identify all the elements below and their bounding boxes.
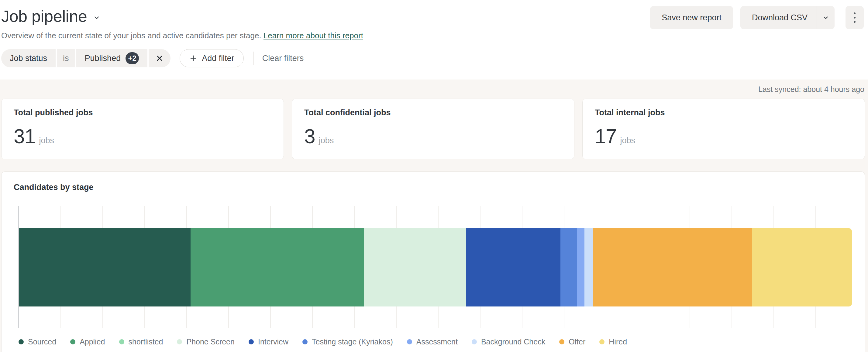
report-header: Job pipeline Overview of the current sta… <box>0 0 868 79</box>
filter-bar: Job status is Published +2 Add filter Cl… <box>1 49 864 67</box>
download-csv-split-button: Download CSV <box>740 6 835 29</box>
stacked-bar-plot <box>19 206 857 328</box>
filter-field[interactable]: Job status <box>1 49 56 67</box>
filter-value[interactable]: Published +2 <box>76 49 148 67</box>
stat-card-value: 31 <box>14 125 35 148</box>
remove-filter-button[interactable] <box>149 49 170 67</box>
stacked-bar <box>19 228 852 307</box>
legend-item-interview: Interview <box>249 338 288 346</box>
legend-item-assessment: Assessment <box>407 338 458 346</box>
bar-segment-sourced[interactable] <box>19 228 191 307</box>
close-icon <box>155 54 164 63</box>
legend-dot <box>302 339 308 344</box>
stat-cards-row: Total published jobs 31 jobs Total confi… <box>1 99 865 159</box>
chevron-down-icon[interactable] <box>92 13 101 22</box>
legend-dot <box>472 339 477 344</box>
stat-card-value: 3 <box>304 125 315 148</box>
legend-item-testing-stage-kyriakos-: Testing stage (Kyriakos) <box>302 338 393 346</box>
legend-dot <box>559 339 564 344</box>
add-filter-label: Add filter <box>202 54 234 63</box>
legend-item-offer: Offer <box>559 338 585 346</box>
filter-value-label: Published <box>85 54 121 63</box>
bar-segment-phone-screen[interactable] <box>364 228 466 307</box>
stat-card-unit: jobs <box>319 136 334 145</box>
legend-dot <box>177 339 182 344</box>
stat-card-internal-jobs: Total internal jobs 17 jobs <box>582 99 865 159</box>
chart-title: Candidates by stage <box>14 183 865 192</box>
bar-segment-testing-stage-kyriakos-[interactable] <box>560 228 577 307</box>
header-actions: Save new report Download CSV <box>650 6 864 29</box>
bar-segment-offer[interactable] <box>593 228 752 307</box>
legend-dot <box>70 339 75 344</box>
legend-label: Applied <box>80 338 105 346</box>
add-filter-button[interactable]: Add filter <box>180 49 244 67</box>
job-status-filter-chip: Job status is Published +2 <box>1 49 170 67</box>
stat-card-value: 17 <box>595 125 616 148</box>
legend-label: Sourced <box>28 338 56 346</box>
legend-label: Offer <box>569 338 585 346</box>
kebab-menu-icon <box>854 12 856 23</box>
legend-dot <box>599 339 604 344</box>
filter-divider <box>253 51 254 65</box>
legend-dot <box>19 339 24 344</box>
subtitle-text: Overview of the current state of your jo… <box>1 31 261 40</box>
stat-card-title: Total internal jobs <box>595 108 852 117</box>
download-csv-button[interactable]: Download CSV <box>740 6 817 29</box>
legend-label: Phone Screen <box>186 338 234 346</box>
stat-card-confidential-jobs: Total confidential jobs 3 jobs <box>292 99 575 159</box>
job-pipeline-report-page: Job pipeline Overview of the current sta… <box>0 0 868 352</box>
legend-dot <box>249 339 254 344</box>
legend-item-sourced: Sourced <box>19 338 56 346</box>
stat-card-published-jobs: Total published jobs 31 jobs <box>1 99 284 159</box>
legend-item-shortlisted: shortlisted <box>119 338 163 346</box>
more-options-button[interactable] <box>845 6 864 29</box>
stat-card-title: Total confidential jobs <box>304 108 562 117</box>
filter-extra-count-badge: +2 <box>126 52 139 64</box>
legend-label: Testing stage (Kyriakos) <box>312 338 393 346</box>
stat-card-unit: jobs <box>39 136 54 145</box>
bar-segment-interview[interactable] <box>466 228 560 307</box>
bar-segment-hired[interactable] <box>752 228 852 307</box>
page-title: Job pipeline <box>1 6 87 26</box>
stat-card-title: Total published jobs <box>14 108 271 117</box>
chart-legend: SourcedAppliedshortlistedPhone ScreenInt… <box>19 338 857 346</box>
filter-operator[interactable]: is <box>57 49 75 67</box>
legend-label: Background Check <box>481 338 545 346</box>
report-title-dropdown[interactable]: Job pipeline <box>1 6 363 26</box>
bar-segment-assessment[interactable] <box>577 228 585 307</box>
report-subtitle: Overview of the current state of your jo… <box>1 30 363 41</box>
download-options-chevron-icon[interactable] <box>817 6 835 29</box>
stat-card-unit: jobs <box>620 136 635 145</box>
legend-item-background-check: Background Check <box>472 338 545 346</box>
last-synced-status: Last synced: about 4 hours ago <box>0 79 868 94</box>
candidates-by-stage-card: Candidates by stage SourcedAppliedshortl… <box>1 171 865 352</box>
save-new-report-button[interactable]: Save new report <box>650 6 733 29</box>
legend-label: Hired <box>609 338 627 346</box>
bar-segment-background-check[interactable] <box>584 228 593 307</box>
legend-label: Interview <box>258 338 288 346</box>
legend-label: Assessment <box>416 338 458 346</box>
legend-dot <box>119 339 124 344</box>
legend-item-hired: Hired <box>599 338 627 346</box>
report-content: Last synced: about 4 hours ago Total pub… <box>0 79 868 352</box>
legend-label: shortlisted <box>129 338 163 346</box>
legend-item-applied: Applied <box>70 338 105 346</box>
legend-item-phone-screen: Phone Screen <box>177 338 234 346</box>
learn-more-link[interactable]: Learn more about this report <box>264 31 363 40</box>
legend-dot <box>407 339 412 344</box>
bar-segment-applied[interactable] <box>191 228 364 307</box>
plus-icon <box>189 54 197 63</box>
clear-filters-button[interactable]: Clear filters <box>262 54 304 63</box>
